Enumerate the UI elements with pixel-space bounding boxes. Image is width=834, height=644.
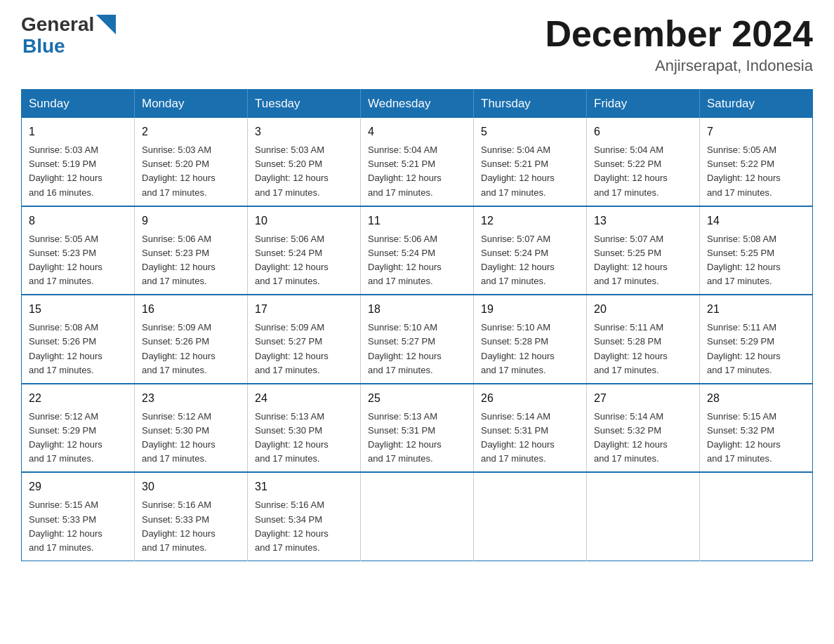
day-number: 14	[707, 213, 805, 229]
day-info: Sunrise: 5:12 AMSunset: 5:30 PMDaylight:…	[142, 411, 216, 464]
page-title: December 2024	[545, 14, 813, 54]
day-number: 8	[29, 213, 127, 229]
day-number: 21	[707, 301, 805, 318]
day-info: Sunrise: 5:12 AMSunset: 5:29 PMDaylight:…	[29, 411, 102, 464]
calendar-cell: 25 Sunrise: 5:13 AMSunset: 5:31 PMDaylig…	[361, 384, 474, 473]
calendar-cell: 17 Sunrise: 5:09 AMSunset: 5:27 PMDaylig…	[248, 295, 361, 384]
day-number: 11	[368, 213, 466, 229]
day-number: 22	[29, 390, 127, 407]
day-number: 28	[707, 390, 805, 407]
calendar-cell: 6 Sunrise: 5:04 AMSunset: 5:22 PMDayligh…	[587, 118, 700, 206]
logo-blue: Blue	[22, 36, 116, 58]
day-number: 27	[594, 390, 692, 407]
calendar-cell: 21 Sunrise: 5:11 AMSunset: 5:29 PMDaylig…	[700, 295, 813, 384]
day-info: Sunrise: 5:13 AMSunset: 5:30 PMDaylight:…	[255, 411, 329, 464]
day-number: 7	[707, 123, 805, 140]
day-number: 6	[594, 123, 692, 140]
weekday-header-saturday: Saturday	[700, 90, 813, 119]
day-info: Sunrise: 5:04 AMSunset: 5:21 PMDaylight:…	[368, 145, 442, 197]
logo-text: General Blue	[21, 14, 116, 58]
calendar-cell: 8 Sunrise: 5:05 AMSunset: 5:23 PMDayligh…	[22, 206, 135, 295]
day-number: 23	[142, 390, 240, 407]
calendar-cell: 29 Sunrise: 5:15 AMSunset: 5:33 PMDaylig…	[22, 472, 135, 561]
calendar-cell: 24 Sunrise: 5:13 AMSunset: 5:30 PMDaylig…	[248, 384, 361, 473]
calendar-cell: 19 Sunrise: 5:10 AMSunset: 5:28 PMDaylig…	[474, 295, 587, 384]
logo-arrow-icon	[96, 15, 116, 34]
day-info: Sunrise: 5:10 AMSunset: 5:28 PMDaylight:…	[481, 322, 555, 375]
day-info: Sunrise: 5:04 AMSunset: 5:22 PMDaylight:…	[594, 145, 668, 197]
calendar-cell: 16 Sunrise: 5:09 AMSunset: 5:26 PMDaylig…	[135, 295, 248, 384]
day-info: Sunrise: 5:16 AMSunset: 5:33 PMDaylight:…	[142, 499, 216, 552]
day-number: 13	[594, 213, 692, 229]
day-number: 30	[142, 478, 240, 495]
day-number: 29	[29, 478, 127, 495]
calendar-cell: 18 Sunrise: 5:10 AMSunset: 5:27 PMDaylig…	[361, 295, 474, 384]
calendar-cell: 2 Sunrise: 5:03 AMSunset: 5:20 PMDayligh…	[135, 118, 248, 206]
calendar-cell: 22 Sunrise: 5:12 AMSunset: 5:29 PMDaylig…	[22, 384, 135, 473]
calendar-cell: 28 Sunrise: 5:15 AMSunset: 5:32 PMDaylig…	[700, 384, 813, 473]
day-info: Sunrise: 5:05 AMSunset: 5:22 PMDaylight:…	[707, 145, 781, 197]
day-info: Sunrise: 5:13 AMSunset: 5:31 PMDaylight:…	[368, 411, 442, 464]
weekday-header-sunday: Sunday	[22, 90, 135, 119]
day-number: 19	[481, 301, 579, 318]
day-info: Sunrise: 5:09 AMSunset: 5:27 PMDaylight:…	[255, 322, 329, 375]
svg-marker-0	[96, 15, 116, 34]
day-info: Sunrise: 5:16 AMSunset: 5:34 PMDaylight:…	[255, 499, 329, 552]
day-number: 15	[29, 301, 127, 318]
calendar-cell: 23 Sunrise: 5:12 AMSunset: 5:30 PMDaylig…	[135, 384, 248, 473]
weekday-header-monday: Monday	[135, 90, 248, 119]
calendar-cell: 12 Sunrise: 5:07 AMSunset: 5:24 PMDaylig…	[474, 206, 587, 295]
calendar-cell: 9 Sunrise: 5:06 AMSunset: 5:23 PMDayligh…	[135, 206, 248, 295]
calendar-week-row: 15 Sunrise: 5:08 AMSunset: 5:26 PMDaylig…	[22, 295, 813, 384]
day-info: Sunrise: 5:03 AMSunset: 5:20 PMDaylight:…	[142, 145, 216, 197]
day-number: 31	[255, 478, 353, 495]
day-info: Sunrise: 5:03 AMSunset: 5:19 PMDaylight:…	[29, 145, 102, 197]
day-info: Sunrise: 5:08 AMSunset: 5:26 PMDaylight:…	[29, 322, 102, 375]
calendar-cell	[587, 472, 700, 561]
calendar-cell: 20 Sunrise: 5:11 AMSunset: 5:28 PMDaylig…	[587, 295, 700, 384]
calendar-cell: 4 Sunrise: 5:04 AMSunset: 5:21 PMDayligh…	[361, 118, 474, 206]
logo: General Blue	[21, 14, 116, 58]
day-number: 20	[594, 301, 692, 318]
calendar-week-row: 1 Sunrise: 5:03 AMSunset: 5:19 PMDayligh…	[22, 118, 813, 206]
calendar-week-row: 29 Sunrise: 5:15 AMSunset: 5:33 PMDaylig…	[22, 472, 813, 561]
calendar-cell: 1 Sunrise: 5:03 AMSunset: 5:19 PMDayligh…	[22, 118, 135, 206]
day-number: 3	[255, 123, 353, 140]
day-number: 24	[255, 390, 353, 407]
calendar-cell: 27 Sunrise: 5:14 AMSunset: 5:32 PMDaylig…	[587, 384, 700, 473]
calendar-cell: 26 Sunrise: 5:14 AMSunset: 5:31 PMDaylig…	[474, 384, 587, 473]
day-number: 5	[481, 123, 579, 140]
weekday-header-friday: Friday	[587, 90, 700, 119]
day-info: Sunrise: 5:06 AMSunset: 5:24 PMDaylight:…	[368, 234, 442, 286]
day-number: 16	[142, 301, 240, 318]
calendar-cell: 5 Sunrise: 5:04 AMSunset: 5:21 PMDayligh…	[474, 118, 587, 206]
day-info: Sunrise: 5:09 AMSunset: 5:26 PMDaylight:…	[142, 322, 216, 375]
weekday-header-thursday: Thursday	[474, 90, 587, 119]
title-block: December 2024 Anjirserapat, Indonesia	[545, 14, 813, 75]
day-info: Sunrise: 5:15 AMSunset: 5:32 PMDaylight:…	[707, 411, 781, 464]
calendar-table: SundayMondayTuesdayWednesdayThursdayFrid…	[21, 89, 813, 561]
calendar-week-row: 22 Sunrise: 5:12 AMSunset: 5:29 PMDaylig…	[22, 384, 813, 473]
calendar-cell	[700, 472, 813, 561]
day-number: 12	[481, 213, 579, 229]
calendar-cell: 3 Sunrise: 5:03 AMSunset: 5:20 PMDayligh…	[248, 118, 361, 206]
calendar-cell: 31 Sunrise: 5:16 AMSunset: 5:34 PMDaylig…	[248, 472, 361, 561]
day-info: Sunrise: 5:08 AMSunset: 5:25 PMDaylight:…	[707, 234, 781, 286]
day-info: Sunrise: 5:06 AMSunset: 5:23 PMDaylight:…	[142, 234, 216, 286]
day-info: Sunrise: 5:14 AMSunset: 5:31 PMDaylight:…	[481, 411, 555, 464]
page-header: General Blue December 2024 Anjirserapat,…	[21, 14, 813, 75]
day-number: 1	[29, 123, 127, 140]
page-subtitle: Anjirserapat, Indonesia	[545, 57, 813, 75]
calendar-cell: 11 Sunrise: 5:06 AMSunset: 5:24 PMDaylig…	[361, 206, 474, 295]
calendar-cell: 10 Sunrise: 5:06 AMSunset: 5:24 PMDaylig…	[248, 206, 361, 295]
calendar-cell: 15 Sunrise: 5:08 AMSunset: 5:26 PMDaylig…	[22, 295, 135, 384]
calendar-cell	[474, 472, 587, 561]
calendar-cell: 7 Sunrise: 5:05 AMSunset: 5:22 PMDayligh…	[700, 118, 813, 206]
calendar-cell: 13 Sunrise: 5:07 AMSunset: 5:25 PMDaylig…	[587, 206, 700, 295]
day-info: Sunrise: 5:03 AMSunset: 5:20 PMDaylight:…	[255, 145, 329, 197]
day-number: 25	[368, 390, 466, 407]
weekday-header-wednesday: Wednesday	[361, 90, 474, 119]
day-info: Sunrise: 5:04 AMSunset: 5:21 PMDaylight:…	[481, 145, 555, 197]
day-info: Sunrise: 5:14 AMSunset: 5:32 PMDaylight:…	[594, 411, 668, 464]
logo-general: General	[21, 14, 94, 36]
